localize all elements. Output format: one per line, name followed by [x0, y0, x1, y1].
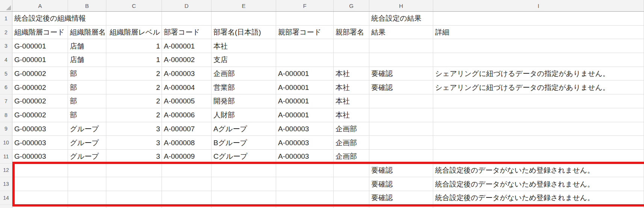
cell-E6[interactable]: 営業部 [212, 80, 276, 94]
row-header-10[interactable]: 10 [0, 136, 12, 150]
cell-G10[interactable]: 企画部 [334, 136, 369, 150]
cell-C14[interactable] [106, 191, 162, 205]
cell-I9[interactable] [433, 122, 644, 136]
cell-E14[interactable] [212, 191, 276, 205]
cell-B6[interactable]: 部 [68, 80, 106, 94]
cell-F10[interactable]: A-000003 [276, 136, 334, 150]
cell-I4[interactable] [433, 53, 644, 67]
cell-B14[interactable] [68, 191, 106, 205]
cell-F15[interactable] [276, 205, 334, 208]
cell-E8[interactable]: 人財部 [212, 108, 276, 122]
column-header-A[interactable]: A [12, 0, 68, 11]
cell-D12[interactable] [162, 164, 212, 178]
cell-D4[interactable]: A-000002 [162, 53, 212, 67]
cell-I8[interactable] [433, 108, 644, 122]
cell-G15[interactable] [334, 205, 369, 208]
cell-G9[interactable]: 企画部 [334, 122, 369, 136]
cell-A4[interactable]: G-000001 [12, 53, 68, 67]
cell-F9[interactable]: A-000003 [276, 122, 334, 136]
row-header-3[interactable]: 3 [0, 39, 12, 53]
cell-D14[interactable] [162, 191, 212, 205]
cell-C7[interactable]: 2 [106, 94, 162, 108]
cell-E10[interactable]: Bグループ [212, 136, 276, 150]
cell-G8[interactable]: 本社 [334, 108, 369, 122]
cell-I14[interactable]: 統合設定後のデータがないため登録されません。 [433, 191, 644, 205]
cell-A1[interactable]: 統合設定後の組織情報 [12, 12, 68, 26]
cell-D3[interactable]: A-000001 [162, 39, 212, 53]
cell-H15[interactable] [369, 205, 433, 208]
cell-E7[interactable]: 開発部 [212, 94, 276, 108]
cell-I11[interactable] [433, 150, 644, 164]
cell-F3[interactable] [276, 39, 334, 53]
row-header-6[interactable]: 6 [0, 80, 12, 94]
cell-B8[interactable]: 部 [68, 108, 106, 122]
cell-D11[interactable]: A-000009 [162, 150, 212, 164]
cell-C12[interactable] [106, 164, 162, 178]
cell-H11[interactable] [369, 150, 433, 164]
cell-B2[interactable]: 組織階層名 [68, 26, 106, 39]
cell-H2[interactable]: 結果 [369, 26, 433, 39]
cell-F2[interactable]: 親部署コード [276, 26, 334, 39]
cell-E2[interactable]: 部署名(日本語) [212, 26, 276, 39]
cell-C5[interactable]: 2 [106, 67, 162, 81]
cell-E12[interactable] [212, 164, 276, 178]
cell-F12[interactable] [276, 164, 334, 178]
cell-A6[interactable]: G-000002 [12, 80, 68, 94]
cell-A5[interactable]: G-000002 [12, 67, 68, 81]
cell-D8[interactable]: A-000006 [162, 108, 212, 122]
cell-C4[interactable]: 1 [106, 53, 162, 67]
cell-G11[interactable]: 企画部 [334, 150, 369, 164]
cell-D1[interactable] [162, 12, 212, 26]
cell-H8[interactable] [369, 108, 433, 122]
cell-D7[interactable]: A-000005 [162, 94, 212, 108]
cell-C1[interactable] [106, 12, 162, 26]
cell-I2[interactable]: 詳細 [433, 26, 644, 39]
cell-E5[interactable]: 企画部 [212, 67, 276, 81]
cell-D6[interactable]: A-000004 [162, 80, 212, 94]
cell-E15[interactable] [212, 205, 276, 208]
cell-A13[interactable] [12, 177, 68, 191]
cell-G6[interactable]: 本社 [334, 80, 369, 94]
cell-G3[interactable] [334, 39, 369, 53]
cell-A14[interactable] [12, 191, 68, 205]
cell-C13[interactable] [106, 177, 162, 191]
cell-D2[interactable]: 部署コード [162, 26, 212, 39]
cell-B11[interactable]: グループ [68, 150, 106, 164]
cell-G2[interactable]: 親部署名 [334, 26, 369, 39]
cell-F5[interactable]: A-000001 [276, 67, 334, 81]
cell-I10[interactable] [433, 136, 644, 150]
cell-C3[interactable]: 1 [106, 39, 162, 53]
cell-A12[interactable] [12, 164, 68, 178]
cell-C2[interactable]: 組織階層レベル [106, 26, 162, 39]
cell-H14[interactable]: 要確認 [369, 191, 433, 205]
cell-H4[interactable] [369, 53, 433, 67]
cell-I12[interactable]: 統合設定後のデータがないため登録されません。 [433, 164, 644, 178]
cell-I5[interactable]: シェアリングに紐づけるデータの指定がありません。 [433, 67, 644, 81]
cell-E9[interactable]: Aグループ [212, 122, 276, 136]
cell-F11[interactable]: A-000003 [276, 150, 334, 164]
cell-A7[interactable]: G-000002 [12, 94, 68, 108]
cell-E13[interactable] [212, 177, 276, 191]
cell-F1[interactable] [276, 12, 334, 26]
cell-H9[interactable] [369, 122, 433, 136]
row-header-4[interactable]: 4 [0, 53, 12, 67]
cell-I13[interactable]: 統合設定後のデータがないため登録されません。 [433, 177, 644, 191]
select-all-corner[interactable] [0, 0, 12, 11]
cell-E4[interactable]: 支店 [212, 53, 276, 67]
column-header-C[interactable]: C [106, 0, 162, 11]
cell-B15[interactable] [68, 205, 106, 208]
cell-F6[interactable]: A-000001 [276, 80, 334, 94]
cell-F14[interactable] [276, 191, 334, 205]
cell-B7[interactable]: 部 [68, 94, 106, 108]
cell-H10[interactable] [369, 136, 433, 150]
cell-D5[interactable]: A-000003 [162, 67, 212, 81]
cell-H7[interactable] [369, 94, 433, 108]
row-header-8[interactable]: 8 [0, 108, 12, 122]
cell-H13[interactable]: 要確認 [369, 177, 433, 191]
cell-E11[interactable]: Cグループ [212, 150, 276, 164]
cell-E1[interactable] [212, 12, 276, 26]
row-header-2[interactable]: 2 [0, 26, 12, 39]
column-header-D[interactable]: D [162, 0, 212, 11]
cell-C8[interactable]: 2 [106, 108, 162, 122]
cell-G13[interactable] [334, 177, 369, 191]
